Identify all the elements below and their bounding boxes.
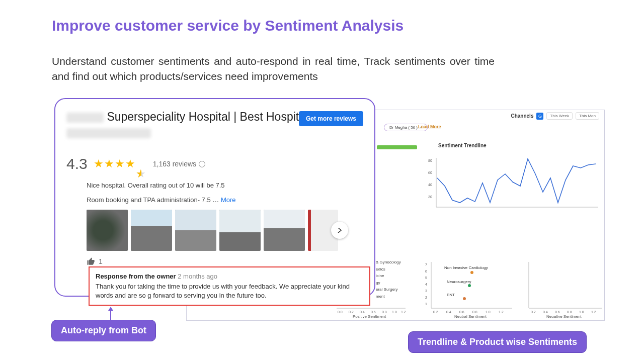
svg-text:4: 4 <box>425 283 427 286</box>
svg-text:0.8: 0.8 <box>472 310 477 314</box>
svg-text:1.0: 1.0 <box>392 310 397 314</box>
svg-text:Non Invasive Cardiology: Non Invasive Cardiology <box>444 265 488 270</box>
trendline-badge: Trendline & Product wise Sentiments <box>408 331 587 353</box>
svg-text:0.2: 0.2 <box>531 310 536 314</box>
svg-text:80: 80 <box>428 159 432 162</box>
svg-text:3: 3 <box>425 289 427 293</box>
tab-this-week[interactable]: This Week <box>546 112 573 120</box>
star-rating-icon: ★★★★★★ <box>94 157 147 170</box>
svg-text:Negative Sentiment: Negative Sentiment <box>546 314 582 318</box>
redacted-text <box>66 128 151 138</box>
like-count: 1 <box>99 257 103 265</box>
photo-thumbnail[interactable] <box>175 210 216 251</box>
more-link[interactable]: More <box>221 196 236 204</box>
get-more-reviews-button[interactable]: Get more reviews <box>299 111 363 126</box>
review-text-line1: Nice hospital. Overall rating out of 10 … <box>87 182 363 189</box>
like-row[interactable]: 1 <box>87 257 363 266</box>
svg-text:ENT: ENT <box>447 293 455 297</box>
svg-text:1: 1 <box>425 302 427 306</box>
rating-value: 4.3 <box>66 155 88 172</box>
photo-thumbnail[interactable] <box>219 210 261 251</box>
thumbs-up-icon <box>87 257 96 266</box>
svg-text:0.4: 0.4 <box>446 310 451 314</box>
load-more-link[interactable]: Load More <box>418 124 441 129</box>
svg-text:0.0: 0.0 <box>338 310 343 314</box>
trendline-chart: 80 60 40 20 <box>427 153 603 223</box>
svg-text:2: 2 <box>425 296 427 299</box>
redacted-text <box>66 113 104 123</box>
chevron-right-icon <box>337 228 342 233</box>
svg-text:1.2: 1.2 <box>401 310 406 314</box>
svg-text:1.0: 1.0 <box>579 310 584 314</box>
photo-thumbnails <box>87 210 363 251</box>
svg-text:1.0: 1.0 <box>486 310 491 314</box>
svg-text:Neutral Sentiment: Neutral Sentiment <box>454 314 487 318</box>
trendline-title: Sentiment Trendline <box>438 143 487 148</box>
svg-text:5: 5 <box>425 276 427 280</box>
filter-pill-text: Dr Megha ( 56 ) <box>389 125 418 130</box>
svg-text:0.6: 0.6 <box>459 310 464 314</box>
tab-this-month[interactable]: This Mon <box>576 112 599 120</box>
svg-text:0.2: 0.2 <box>433 310 438 314</box>
svg-text:1.2: 1.2 <box>499 310 504 314</box>
svg-point-35 <box>470 271 473 274</box>
photo-thumbnail[interactable] <box>87 210 128 251</box>
svg-text:0.6: 0.6 <box>371 310 376 314</box>
svg-point-37 <box>468 284 471 287</box>
svg-point-39 <box>463 297 466 300</box>
svg-text:Positive Sentiment: Positive Sentiment <box>353 314 386 318</box>
svg-text:6: 6 <box>425 269 427 273</box>
page-heading: Improve customer service by Sentiment An… <box>52 17 404 34</box>
neutral-sentiment-chart: Counts 7654321 Non Invasive Cardiology N… <box>419 258 515 318</box>
svg-text:40: 40 <box>428 183 432 187</box>
owner-response-box: Response from the owner 2 months ago Tha… <box>89 266 370 306</box>
owner-response-body: Thank you for taking the time to provide… <box>96 282 363 300</box>
negative-sentiment-chart: Counts 0.20.40.60.81.01.2 Negative Senti… <box>519 258 604 318</box>
svg-text:0.2: 0.2 <box>349 310 354 314</box>
owner-response-title: Response from the owner <box>96 273 176 280</box>
next-photo-button[interactable] <box>331 222 348 239</box>
svg-text:20: 20 <box>428 195 432 199</box>
auto-reply-badge: Auto-reply from Bot <box>51 320 156 341</box>
owner-response-time: 2 months ago <box>178 273 217 280</box>
page-subheading: Understand customer sentiments and auto-… <box>52 54 495 84</box>
photo-thumbnail[interactable] <box>131 210 172 251</box>
review-text-line2: Room booking and TPA administration- 7.5… <box>87 196 363 204</box>
svg-text:Neurosurgery: Neurosurgery <box>447 280 471 284</box>
info-icon[interactable]: i <box>199 161 205 167</box>
channel-google-icon[interactable]: G <box>536 113 543 120</box>
svg-text:0.6: 0.6 <box>555 310 560 314</box>
svg-text:7: 7 <box>425 263 427 266</box>
sentiment-bar <box>377 145 417 149</box>
svg-text:0.4: 0.4 <box>360 310 365 314</box>
channels-label: Channels <box>511 113 533 119</box>
svg-text:0.4: 0.4 <box>543 310 548 314</box>
svg-text:1.2: 1.2 <box>591 310 596 314</box>
reviews-count[interactable]: 1,163 reviews i <box>153 160 205 168</box>
photo-thumbnail[interactable] <box>264 210 305 251</box>
svg-text:0.8: 0.8 <box>382 310 387 314</box>
svg-text:0.8: 0.8 <box>567 310 572 314</box>
svg-text:60: 60 <box>428 171 432 174</box>
